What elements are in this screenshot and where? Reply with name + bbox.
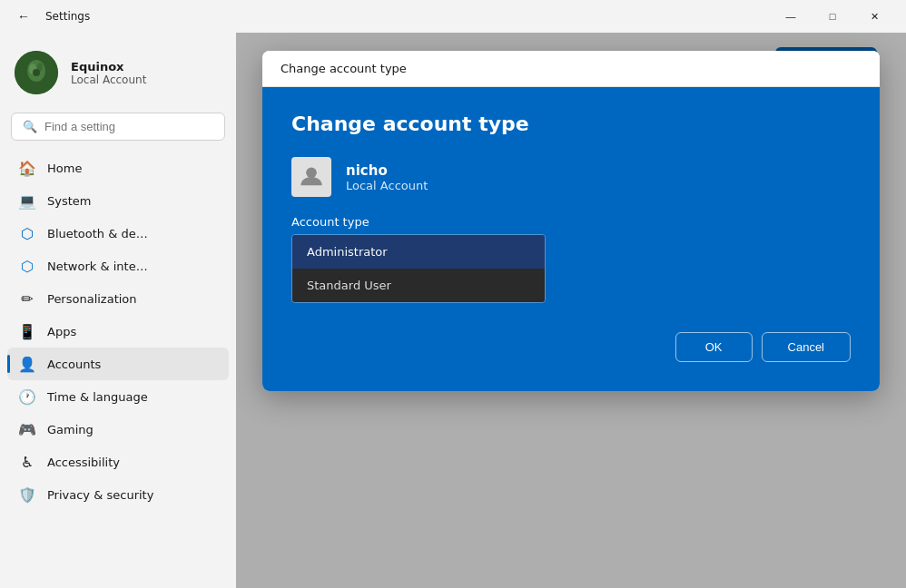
administrator-option[interactable]: Administrator — [292, 235, 545, 269]
app-title: Settings — [45, 10, 90, 23]
minimize-button[interactable]: — — [770, 2, 812, 31]
dialog-actions: OK Cancel — [291, 332, 851, 362]
bluetooth-icon: ⬡ — [18, 224, 36, 242]
sidebar-item-gaming[interactable]: 🎮 Gaming — [7, 413, 229, 446]
sidebar-item-label: Gaming — [47, 423, 94, 436]
network-icon: ⬡ — [18, 257, 36, 275]
sidebar-item-accounts[interactable]: 👤 Accounts — [7, 348, 229, 380]
account-type-label: Account type — [291, 215, 851, 229]
accessibility-icon: ♿ — [18, 453, 36, 471]
personalization-icon: ✏️ — [18, 289, 36, 308]
sidebar-item-home[interactable]: 🏠 Home — [7, 152, 229, 184]
change-account-type-dialog: Change account type Change account type … — [262, 51, 880, 391]
ok-button[interactable]: OK — [675, 332, 753, 362]
sidebar-item-time[interactable]: 🕐 Time & language — [7, 380, 229, 413]
apps-icon: 📱 — [18, 322, 36, 340]
app-container: Equinox Local Account 🔍 🏠 Home 💻 System … — [0, 33, 906, 588]
cancel-button[interactable]: Cancel — [762, 332, 851, 362]
dialog-user-info: nicho Local Account — [291, 157, 851, 197]
dialog-avatar — [291, 157, 331, 197]
dialog-body: Change account type nicho Local Account … — [262, 87, 880, 391]
content-area: Accounts › Other Users Add account Other… — [236, 33, 906, 588]
nav-list: 🏠 Home 💻 System ⬡ Bluetooth & de… ⬡ Netw… — [0, 148, 236, 588]
dialog-user-name: nicho — [346, 162, 428, 179]
user-profile: Equinox Local Account — [0, 40, 236, 109]
sidebar-item-label: Privacy & security — [47, 488, 153, 502]
maximize-button[interactable]: □ — [812, 2, 853, 31]
search-input[interactable] — [44, 120, 213, 133]
sidebar-item-label: Home — [47, 162, 82, 175]
sidebar-item-apps[interactable]: 📱 Apps — [7, 315, 229, 348]
sidebar-item-accessibility[interactable]: ♿ Accessibility — [7, 446, 229, 478]
search-box[interactable]: 🔍 — [11, 113, 225, 141]
dialog-title: Change account type — [291, 113, 851, 135]
privacy-icon: 🛡️ — [18, 485, 36, 504]
window-controls: — □ ✕ — [770, 2, 895, 31]
close-button[interactable]: ✕ — [853, 2, 895, 31]
avatar — [15, 51, 58, 94]
sidebar-item-label: Accounts — [47, 358, 101, 371]
gaming-icon: 🎮 — [18, 420, 36, 438]
dialog-titlebar: Change account type — [262, 51, 880, 87]
dialog-user-account-type: Local Account — [346, 179, 428, 192]
user-name: Equinox — [71, 60, 146, 74]
time-icon: 🕐 — [18, 387, 36, 406]
home-icon: 🏠 — [18, 159, 36, 177]
system-icon: 💻 — [18, 191, 36, 210]
standard-user-option[interactable]: Standard User — [292, 269, 545, 302]
back-button[interactable]: ← — [11, 4, 36, 29]
sidebar-item-label: System — [47, 194, 91, 208]
sidebar-item-privacy[interactable]: 🛡️ Privacy & security — [7, 478, 229, 511]
user-account-type: Local Account — [71, 74, 146, 86]
sidebar-item-label: Bluetooth & de… — [47, 227, 148, 240]
sidebar-item-personalization[interactable]: ✏️ Personalization — [7, 282, 229, 315]
sidebar-item-label: Accessibility — [47, 456, 120, 469]
sidebar-item-system[interactable]: 💻 System — [7, 184, 229, 217]
sidebar-item-label: Network & inte… — [47, 260, 148, 273]
svg-point-6 — [306, 168, 317, 179]
dialog-user-details: nicho Local Account — [346, 162, 428, 192]
sidebar-item-label: Apps — [47, 325, 76, 338]
search-icon: 🔍 — [23, 120, 37, 133]
sidebar-item-bluetooth[interactable]: ⬡ Bluetooth & de… — [7, 217, 229, 250]
user-info: Equinox Local Account — [71, 60, 146, 86]
sidebar-item-network[interactable]: ⬡ Network & inte… — [7, 250, 229, 282]
title-bar-left: ← Settings — [11, 4, 90, 29]
sidebar-item-label: Personalization — [47, 292, 137, 306]
svg-point-4 — [33, 69, 40, 76]
accounts-icon: 👤 — [18, 355, 36, 373]
account-type-dropdown[interactable]: Administrator Standard User — [291, 234, 546, 303]
sidebar: Equinox Local Account 🔍 🏠 Home 💻 System … — [0, 33, 236, 588]
dialog-overlay: Change account type Change account type … — [236, 33, 906, 588]
title-bar: ← Settings — □ ✕ — [0, 0, 906, 33]
sidebar-item-label: Time & language — [47, 390, 148, 404]
